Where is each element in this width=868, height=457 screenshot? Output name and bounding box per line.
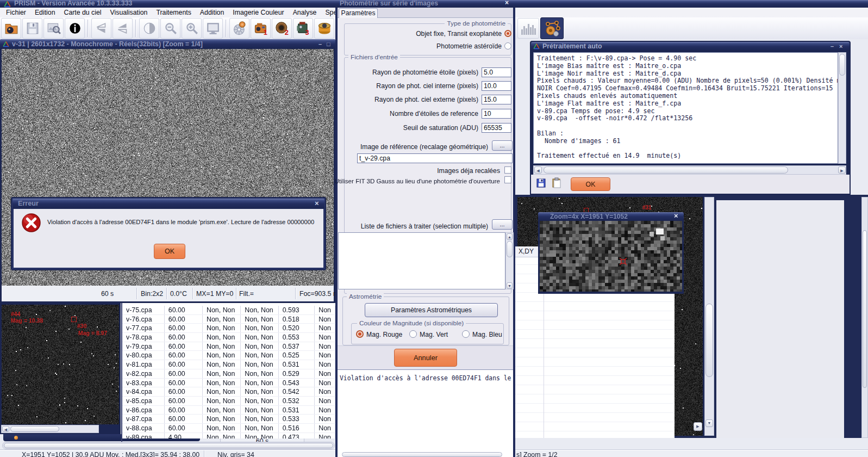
scroll-up-button[interactable]: ▲ bbox=[507, 233, 513, 240]
table-row[interactable]: v-89.cpa 4.90 Non, Non Non, Non 0.473 No… bbox=[122, 433, 335, 439]
focuser-icon[interactable] bbox=[314, 18, 334, 39]
camera-1-icon[interactable]: 1 bbox=[251, 18, 271, 39]
vscroll-thumb[interactable] bbox=[863, 230, 867, 388]
zoom-in-icon[interactable] bbox=[182, 18, 202, 39]
table-row[interactable]: v-82.cpa 60.00 Non, Non Non, Non 0.529 N… bbox=[122, 369, 335, 379]
vscroll-thumb[interactable] bbox=[507, 241, 513, 257]
column-header[interactable]: X,DY bbox=[519, 248, 534, 255]
hscroll-thumb[interactable] bbox=[10, 426, 59, 432]
open-image-icon[interactable] bbox=[1, 18, 21, 39]
table-row[interactable]: v-77.cpa 60.00 Non, Non Non, Non 0.520 N… bbox=[122, 324, 335, 333]
table-row[interactable]: v-86.cpa 60.00 Non, Non Non, Non 0.531 N… bbox=[122, 406, 335, 415]
hscroll-thumb[interactable] bbox=[544, 166, 788, 174]
scroll-left-button[interactable]: ◀ bbox=[534, 166, 542, 174]
scroll-left-button[interactable]: ◀ bbox=[2, 426, 9, 432]
menu-item[interactable]: Edition bbox=[33, 8, 57, 17]
menu-item[interactable]: Fichier bbox=[4, 8, 28, 17]
pipeline-icon[interactable] bbox=[540, 17, 564, 39]
scroll-down-button[interactable]: ▼ bbox=[507, 282, 513, 289]
scroll-down-button[interactable]: ▼ bbox=[705, 419, 713, 427]
zoom-window-title-bar[interactable]: Zoom=4x X=1951 Y=1052 × bbox=[538, 212, 684, 221]
pretreatment-hscrollbar[interactable]: ◀ ▶ bbox=[533, 165, 846, 175]
menu-item[interactable]: Visualisation bbox=[109, 8, 149, 17]
maximize-icon[interactable]: □ bbox=[327, 41, 330, 47]
astrometry-params-button[interactable]: Paramètres Astrométriques bbox=[365, 303, 498, 317]
starfield-hscrollbar[interactable]: ◀ bbox=[1, 425, 99, 433]
zoom-pixels-image[interactable] bbox=[540, 221, 682, 292]
radio-mag-vert[interactable] bbox=[409, 330, 417, 338]
listbox-vscrollbar[interactable]: ▲ ▼ bbox=[505, 232, 514, 289]
close-icon[interactable]: × bbox=[839, 44, 842, 50]
histogram-icon[interactable] bbox=[517, 18, 539, 39]
menu-item[interactable]: Traitements bbox=[154, 8, 192, 17]
scroll-right-button[interactable]: ▶ bbox=[838, 166, 846, 174]
display-icon[interactable] bbox=[203, 18, 223, 39]
file-listbox[interactable] bbox=[338, 232, 505, 289]
close-icon[interactable]: × bbox=[674, 213, 678, 219]
checkbox-recalees[interactable] bbox=[504, 166, 511, 174]
pretreatment-title-bar[interactable]: Prétraitement auto – × bbox=[531, 42, 850, 51]
menu-item[interactable]: Addition bbox=[198, 8, 226, 17]
checkbox-fit3d[interactable] bbox=[504, 176, 511, 183]
saturation-input[interactable] bbox=[482, 123, 511, 133]
minimize-icon[interactable]: – bbox=[319, 41, 322, 47]
ref-image-input[interactable] bbox=[357, 153, 513, 163]
star-radius-input[interactable] bbox=[482, 67, 511, 77]
cancel-button[interactable]: Annuler bbox=[394, 349, 457, 367]
gear-icon[interactable] bbox=[229, 18, 249, 39]
table-hscrollbar[interactable] bbox=[2, 442, 335, 449]
menu-item[interactable]: Analyse bbox=[291, 8, 319, 17]
table-row[interactable]: v-84.cpa 60.00 Non, Non Non, Non 0.542 N… bbox=[122, 387, 335, 397]
vscroll-thumb[interactable] bbox=[705, 304, 713, 377]
pretreatment-vscrollbar[interactable] bbox=[838, 52, 846, 164]
close-icon[interactable]: × bbox=[315, 200, 319, 206]
copy-clipboard-icon[interactable] bbox=[552, 177, 562, 188]
table-row[interactable]: v-76.cpa 60.00 Non, Non Non, Non 0.518 N… bbox=[122, 315, 335, 324]
table-row[interactable]: v-75.cpa 60.00 Non, Non Non, Non 0.593 N… bbox=[122, 306, 335, 315]
table-row[interactable]: v-83.cpa 60.00 Non, Non Non, Non 0.543 N… bbox=[122, 379, 335, 388]
save-report-icon[interactable] bbox=[536, 178, 546, 188]
camera-3-icon[interactable]: 3 bbox=[293, 18, 313, 39]
browse-list-button[interactable]: ... bbox=[492, 219, 513, 230]
edit-image-icon[interactable] bbox=[43, 18, 64, 39]
info-icon[interactable] bbox=[65, 18, 85, 39]
menu-item[interactable]: Imagerie Couleur bbox=[231, 8, 285, 17]
pretreatment-ok-button[interactable]: OK bbox=[571, 177, 610, 191]
inner-sky-radius-input[interactable] bbox=[482, 81, 511, 91]
far-right-vscrollbar[interactable] bbox=[861, 197, 868, 438]
ref-stars-count-input[interactable] bbox=[482, 109, 511, 119]
table-row[interactable]: v-80.cpa 60.00 Non, Non Non, Non 0.525 N… bbox=[122, 351, 335, 360]
menu-item[interactable]: Carte du ciel bbox=[63, 8, 103, 17]
vscroll-thumb[interactable] bbox=[839, 54, 845, 76]
table-row[interactable]: v-88.cpa 60.00 Non, Non Non, Non 0.516 N… bbox=[122, 424, 335, 433]
radio-mag-rouge[interactable] bbox=[356, 330, 364, 338]
table-row[interactable]: v-87.cpa 60.00 Non, Non Non, Non 0.533 N… bbox=[122, 415, 335, 424]
table-row[interactable]: v-81.cpa 60.00 Non, Non Non, Non 0.531 N… bbox=[122, 360, 335, 369]
radio-mag-bleu[interactable] bbox=[462, 330, 470, 338]
photometry-log-area[interactable]: Violation d'accès à l'adresse 00ED74F1 d… bbox=[338, 369, 513, 457]
minimize-icon[interactable]: – bbox=[830, 44, 834, 50]
error-dialog-title-bar[interactable]: Erreur × bbox=[13, 199, 324, 209]
flip-down-icon[interactable] bbox=[91, 18, 111, 39]
radio-transit[interactable] bbox=[504, 30, 511, 37]
table-row[interactable]: v-79.cpa 60.00 Non, Non Non, Non 0.537 N… bbox=[122, 342, 335, 351]
tab-parametres[interactable]: Paramètres bbox=[339, 8, 378, 18]
image-window-title-bar[interactable]: v-31 | 2601x1732 - Monochrome - Réels(32… bbox=[0, 39, 335, 49]
scroll-right-button[interactable]: ▶ bbox=[694, 422, 702, 431]
hscroll-thumb[interactable] bbox=[4, 443, 333, 448]
table-row[interactable]: v-78.cpa 60.00 Non, Non Non, Non 0.553 N… bbox=[122, 333, 335, 342]
contrast-icon[interactable] bbox=[139, 18, 159, 39]
close-icon[interactable]: × bbox=[505, 0, 509, 6]
outer-sky-radius-input[interactable] bbox=[482, 95, 511, 104]
save-icon[interactable] bbox=[22, 18, 42, 39]
log-hscroll-thumb[interactable] bbox=[342, 452, 502, 457]
browse-ref-button[interactable]: ... bbox=[492, 140, 513, 151]
flip-up-icon[interactable] bbox=[113, 18, 133, 39]
table-row[interactable]: v-85.cpa 60.00 Non, Non Non, Non 0.532 N… bbox=[122, 397, 335, 406]
photometry-title-bar[interactable]: Photométrie sur série d'images × bbox=[335, 0, 515, 8]
radio-asteroide[interactable] bbox=[504, 42, 511, 50]
lens-2-icon[interactable]: 2 bbox=[272, 18, 292, 39]
zoom-out-icon[interactable] bbox=[160, 18, 180, 39]
error-ok-button[interactable]: OK bbox=[154, 244, 185, 259]
pretreatment-log-area[interactable]: Traitement : F:\v-89.cpa-> Pose = 4.90 s… bbox=[533, 52, 838, 164]
